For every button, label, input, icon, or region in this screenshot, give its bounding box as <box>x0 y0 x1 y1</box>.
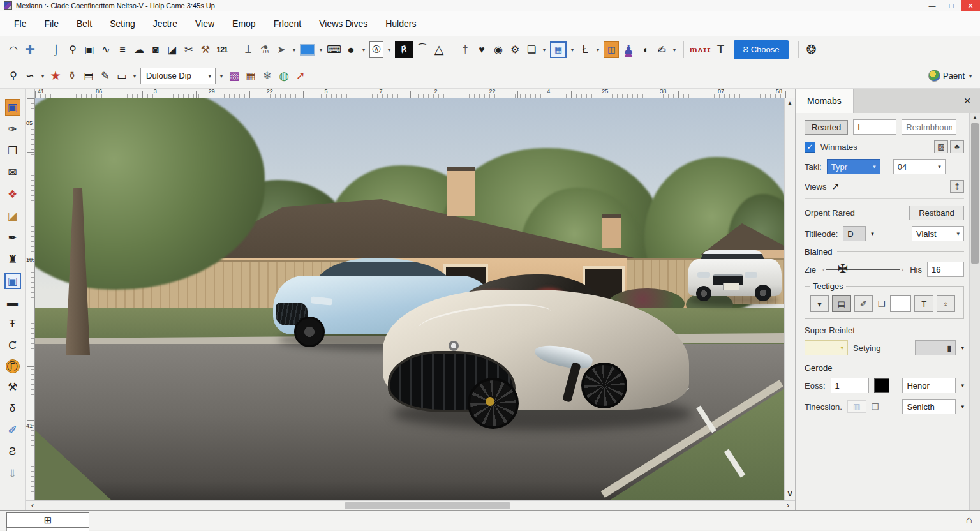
brush-icon[interactable]: ✎ <box>98 68 112 84</box>
grid-panel-icon[interactable]: ▦ <box>550 41 567 58</box>
color-swatch-black[interactable] <box>874 378 889 393</box>
text-style-button[interactable]: T <box>914 295 933 312</box>
page-icon[interactable]: ▭ <box>115 68 129 84</box>
cursor-icon[interactable]: ➤ <box>274 41 288 58</box>
choose-button[interactable]: Ƨ Choose <box>734 40 788 59</box>
zie-slider[interactable]: ‹ › ✠ <box>821 262 905 276</box>
minimize-button[interactable]: — <box>923 0 942 11</box>
restband-button[interactable]: Restband <box>909 206 964 220</box>
ra-dark-icon[interactable]: ℟ <box>395 41 413 58</box>
heart-icon[interactable]: ♥ <box>475 41 489 58</box>
panel-scroll-thumb[interactable] <box>971 123 979 264</box>
panel-close-icon[interactable]: ✕ <box>954 89 980 113</box>
align-lines-icon[interactable]: ≡ <box>115 41 130 58</box>
dropdown-arrow-icon[interactable]: ▾ <box>671 41 678 58</box>
dark-doc-icon[interactable]: ◪ <box>165 41 179 58</box>
horizontal-scrollbar[interactable]: ‹ › <box>26 500 795 510</box>
menu-item-hulders[interactable]: Hulders <box>376 19 425 29</box>
number-121-icon[interactable]: 121 <box>215 41 229 58</box>
lined-style-button[interactable]: ▤ <box>832 295 850 312</box>
home-icon[interactable]: ⌂ <box>958 512 972 528</box>
add-icon[interactable]: ✚ <box>23 41 37 58</box>
dome-select-icon[interactable]: ◠ <box>6 41 20 58</box>
badge-icon[interactable]: ◫ <box>604 41 619 58</box>
folder-blue-icon[interactable] <box>300 44 315 56</box>
chevron-down-icon[interactable]: ▾ <box>961 345 964 351</box>
titlecode-select[interactable]: D <box>843 226 866 241</box>
cloud-shape-icon[interactable]: ☁ <box>132 41 146 58</box>
hook-tool-icon[interactable]: ⌡ <box>49 41 63 58</box>
shapes-icon[interactable]: ❖ <box>6 186 20 202</box>
curve-icon[interactable]: ∽ <box>23 68 37 84</box>
menu-item-view[interactable]: View <box>186 19 223 29</box>
target-frame-icon[interactable]: ◙ <box>149 41 163 58</box>
winmates-checkbox[interactable]: ✓ <box>805 142 815 153</box>
arrow-down-icon[interactable]: ⇓ <box>6 465 20 482</box>
i-field[interactable] <box>853 119 896 135</box>
tinecsion-button[interactable]: ▥ <box>847 400 866 413</box>
close-button[interactable]: ✕ <box>961 0 980 11</box>
taki-select[interactable]: Typr ▾ <box>827 159 880 174</box>
scroll-right-arrow[interactable]: › <box>783 501 792 510</box>
bar-icon[interactable]: ▬ <box>6 294 20 311</box>
style-combobox[interactable]: Dulouse Dip <box>140 68 216 84</box>
tripod-icon[interactable]: ♜ <box>6 251 20 267</box>
curve-hook-icon[interactable]: ⌒ <box>415 41 429 58</box>
maximize-button[interactable]: □ <box>942 0 961 11</box>
bend-icon[interactable]: Ƨ <box>6 444 20 460</box>
snowflake-icon[interactable]: ❄ <box>260 68 274 84</box>
zie-slider-knob[interactable]: ✠ <box>838 261 848 276</box>
chevron-down-icon[interactable]: ▾ <box>961 382 964 389</box>
dropdown-arrow-icon[interactable]: ▾ <box>595 41 601 58</box>
dropdown-arrow-icon[interactable]: ▾ <box>967 68 974 84</box>
clamp-icon[interactable]: Ʇ <box>241 41 255 58</box>
pin-tool-icon[interactable]: ⚲ <box>66 41 80 58</box>
super-reinlet-select[interactable]: ▾ <box>805 340 848 355</box>
export-arrow-icon[interactable]: ➚ <box>293 68 308 84</box>
dropdown-arrow-icon[interactable]: ▾ <box>40 68 46 84</box>
clamp-tool-icon[interactable]: Ƈ <box>6 338 20 354</box>
views-arrow-icon[interactable]: ➚ <box>831 181 840 192</box>
menu-item-seting[interactable]: Seting <box>101 19 144 29</box>
spray-icon[interactable]: ✐ <box>6 422 20 438</box>
image-small-icon[interactable]: ▨ <box>934 140 948 153</box>
eoss-field[interactable] <box>831 378 869 393</box>
scroll-up-arrow[interactable]: ▲ <box>787 100 793 107</box>
panel-scrollbar[interactable]: ▲ <box>969 113 980 510</box>
copy-doc-icon[interactable]: ❐ <box>6 142 20 159</box>
image-tool-icon[interactable]: ▣ <box>5 99 20 116</box>
wrench-icon[interactable]: ⚙ <box>508 41 522 58</box>
tree-small-icon[interactable]: ♣ <box>950 140 964 153</box>
mail-pen-icon[interactable]: ✉ <box>6 164 20 181</box>
tiles-icon[interactable]: ▦ <box>244 68 258 84</box>
flask-icon[interactable]: ⚗ <box>258 41 272 58</box>
ink-brush-icon[interactable]: ✑ <box>6 121 20 137</box>
tab-momabs[interactable]: Momabs <box>796 89 854 113</box>
count-select[interactable]: 04 ▾ <box>893 159 946 174</box>
pen-icon[interactable]: ✒ <box>6 229 20 246</box>
texture-icon[interactable]: ▩ <box>227 68 241 84</box>
dropdown-arrow-icon[interactable]: ▾ <box>131 68 138 84</box>
photo-icon[interactable]: ▤ <box>82 68 96 84</box>
dropdown-arrow-icon[interactable]: ▾ <box>569 41 575 58</box>
pen-l-icon[interactable]: Ł <box>578 41 592 58</box>
paint-globe-icon[interactable] <box>928 70 940 82</box>
rearted-button[interactable]: Rearted <box>805 120 848 135</box>
hand-brush-button[interactable]: ✐ <box>854 295 873 312</box>
vertical-scrollbar[interactable]: ▲ ˅ <box>784 98 795 500</box>
menu-item-belt[interactable]: Belt <box>68 19 101 29</box>
chevron-down-button[interactable]: ▾ <box>810 295 829 312</box>
star-icon[interactable]: ★ <box>48 68 63 84</box>
f-badge-icon[interactable]: Ⓕ <box>6 359 20 373</box>
page-flip-icon[interactable]: ❏ <box>524 41 538 58</box>
marker-icon[interactable]: † <box>458 41 472 58</box>
frame-tool-icon[interactable]: ▣ <box>82 41 96 58</box>
views-options-button[interactable]: ‡ <box>950 180 964 193</box>
wood-block-icon[interactable]: ◪ <box>6 207 20 224</box>
realmbhoum-field[interactable] <box>902 119 956 135</box>
chevron-down-icon[interactable]: ▾ <box>961 403 964 410</box>
dropdown-arrow-icon[interactable]: ▾ <box>386 41 392 58</box>
menu-item-file[interactable]: File <box>35 19 68 29</box>
scroll-left-arrow[interactable]: ‹ <box>28 501 37 510</box>
triangle-icon[interactable]: △ <box>432 41 446 58</box>
